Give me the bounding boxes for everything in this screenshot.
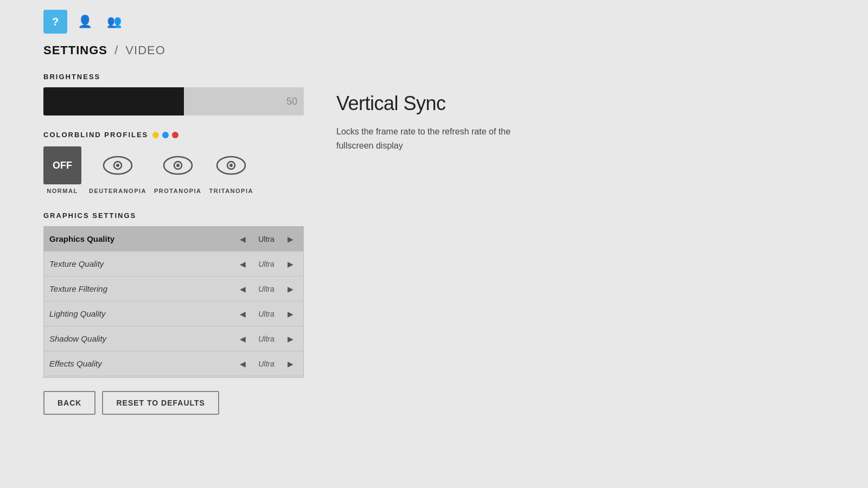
person-icon[interactable]: 👤 — [73, 10, 97, 34]
right-panel: Vertical Sync Locks the frame rate to th… — [336, 43, 825, 415]
info-desc: Locks the frame rate to the refresh rate… — [336, 125, 542, 152]
arrow-right-btn[interactable]: ▶ — [283, 331, 298, 346]
colorblind-header: COLORBLIND PROFILES — [43, 131, 304, 139]
dot-blue — [162, 132, 169, 138]
protanopia-eye-icon — [163, 154, 193, 177]
graphics-row[interactable]: Shadow Quality ◀ Ultra ▶ — [44, 326, 303, 351]
arrow-left-btn[interactable]: ◀ — [235, 256, 250, 272]
graphics-row-control: ◀ Ultra ▶ — [235, 331, 298, 346]
graphics-row-value: Ultra — [256, 235, 277, 243]
top-bar: ? 👤 👥 — [0, 0, 868, 43]
graphics-row[interactable]: Effects Quality ◀ Ultra ▶ — [44, 351, 303, 376]
back-button[interactable]: BACK — [43, 391, 95, 415]
brightness-value: 50 — [286, 96, 297, 107]
question-icon[interactable]: ? — [43, 10, 67, 34]
off-label: OFF — [43, 146, 81, 184]
svg-point-2 — [116, 164, 119, 167]
graphics-row-value: Ultra — [256, 260, 277, 268]
arrow-left-btn[interactable]: ◀ — [235, 331, 250, 346]
graphics-row[interactable]: Post Process Quality ◀ Ultra ▶ — [44, 376, 303, 378]
graphics-row[interactable]: Lighting Quality ◀ Ultra ▶ — [44, 301, 303, 326]
arrow-left-btn[interactable]: ◀ — [235, 232, 250, 247]
arrow-right-btn[interactable]: ▶ — [283, 256, 298, 272]
graphics-row[interactable]: Texture Filtering ◀ Ultra ▶ — [44, 277, 303, 301]
arrow-left-btn[interactable]: ◀ — [235, 306, 250, 322]
arrow-left-btn[interactable]: ◀ — [235, 281, 250, 297]
arrow-right-btn[interactable]: ▶ — [283, 281, 298, 297]
left-panel: SETTINGS / VIDEO BRIGHTNESS 50 COLORBLIN… — [43, 43, 304, 415]
reset-button[interactable]: RESET TO DEFAULTS — [102, 391, 219, 415]
tritanopia-icon-wrap — [212, 146, 250, 184]
normal-label: NORMAL — [47, 188, 78, 194]
group-icon[interactable]: 👥 — [102, 10, 126, 34]
graphics-label: GRAPHICS SETTINGS — [43, 211, 304, 220]
tritanopia-label: TRITANOPIA — [209, 188, 253, 194]
brightness-slider[interactable]: 50 — [43, 87, 304, 115]
graphics-row-control: ◀ Ultra ▶ — [235, 232, 298, 247]
graphics-row-value: Ultra — [256, 285, 277, 293]
colorblind-tritanopia[interactable]: TRITANOPIA — [209, 146, 253, 194]
graphics-row-control: ◀ Ultra ▶ — [235, 306, 298, 322]
protanopia-label: PROTANOPIA — [154, 188, 202, 194]
graphics-section: GRAPHICS SETTINGS Graphics Quality ◀ Ult… — [43, 211, 304, 378]
svg-point-5 — [176, 164, 180, 167]
graphics-row-control: ◀ Ultra ▶ — [235, 356, 298, 371]
dot-yellow — [152, 132, 159, 138]
colorblind-dots — [152, 132, 178, 138]
arrow-right-btn[interactable]: ▶ — [283, 306, 298, 322]
colorblind-profiles: OFF NORMAL DEUTERANOPIA — [43, 146, 304, 194]
bottom-buttons: BACK RESET TO DEFAULTS — [43, 391, 304, 415]
colorblind-deuteranopia[interactable]: DEUTERANOPIA — [89, 146, 146, 194]
protanopia-icon-wrap — [159, 146, 197, 184]
brightness-section: BRIGHTNESS 50 — [43, 73, 304, 115]
arrow-right-btn[interactable]: ▶ — [283, 356, 298, 371]
normal-icon-wrap: OFF — [43, 146, 81, 184]
graphics-row-name: Effects Quality — [49, 359, 235, 368]
graphics-row-value: Ultra — [256, 359, 277, 368]
main-content: SETTINGS / VIDEO BRIGHTNESS 50 COLORBLIN… — [0, 43, 868, 415]
graphics-row[interactable]: Texture Quality ◀ Ultra ▶ — [44, 252, 303, 277]
title-sub: VIDEO — [125, 43, 165, 57]
svg-point-8 — [229, 164, 233, 167]
tritanopia-eye-icon — [216, 154, 246, 177]
graphics-row-control: ◀ Ultra ▶ — [235, 281, 298, 297]
colorblind-section: COLORBLIND PROFILES OFF NORMAL — [43, 131, 304, 194]
colorblind-protanopia[interactable]: PROTANOPIA — [154, 146, 202, 194]
page-title: SETTINGS / VIDEO — [43, 43, 304, 57]
graphics-table-scroll[interactable]: Graphics Quality ◀ Ultra ▶ Texture Quali… — [43, 226, 304, 378]
arrow-right-btn[interactable]: ▶ — [283, 232, 298, 247]
graphics-row[interactable]: Graphics Quality ◀ Ultra ▶ — [44, 227, 303, 252]
title-main: SETTINGS — [43, 43, 107, 57]
brightness-fill — [43, 87, 184, 115]
info-title: Vertical Sync — [336, 92, 825, 115]
graphics-row-name: Texture Quality — [49, 259, 235, 268]
colorblind-normal[interactable]: OFF NORMAL — [43, 146, 81, 194]
colorblind-label: COLORBLIND PROFILES — [43, 131, 148, 139]
graphics-row-name: Graphics Quality — [49, 234, 235, 243]
graphics-row-value: Ultra — [256, 335, 277, 343]
brightness-label: BRIGHTNESS — [43, 73, 304, 81]
deuteranopia-icon-wrap — [99, 146, 137, 184]
graphics-row-name: Texture Filtering — [49, 284, 235, 293]
arrow-left-btn[interactable]: ◀ — [235, 356, 250, 371]
dot-red — [172, 132, 178, 138]
deuteranopia-eye-icon — [103, 154, 133, 177]
graphics-row-control: ◀ Ultra ▶ — [235, 256, 298, 272]
graphics-row-name: Shadow Quality — [49, 334, 235, 343]
deuteranopia-label: DEUTERANOPIA — [89, 188, 146, 194]
graphics-row-name: Lighting Quality — [49, 309, 235, 318]
graphics-row-value: Ultra — [256, 310, 277, 318]
